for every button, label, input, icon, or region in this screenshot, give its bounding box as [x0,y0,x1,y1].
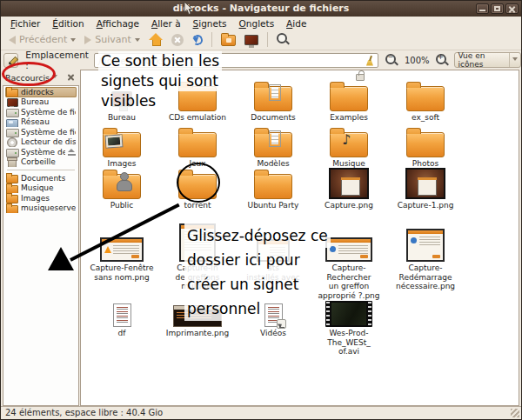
file-item-public[interactable]: Public [85,166,158,210]
computer-button[interactable] [241,32,262,47]
sidebar-item-documents[interactable]: Documents [5,173,77,183]
file-manager-window: didrocks - Navigateur de fichiers Fichie… [0,0,522,420]
forward-button-label: Suivant [95,34,131,45]
sidebar-item-bureau[interactable]: Bureau [5,97,77,108]
sidebar-item-corbeille[interactable]: Corbeille [5,157,77,168]
video-thumbnail [325,301,372,327]
sidebar-item-label: Système de fichi... [21,128,76,137]
forward-history-chevron-icon[interactable] [135,38,140,44]
maximize-button[interactable] [491,3,504,14]
file-item-images[interactable]: Images [85,126,158,169]
desktop-screenshot-thumbnail [405,168,445,199]
sidebar-item-syst-me-de[interactable]: Système de ... [5,147,77,157]
zoom-out-button[interactable]: − [378,52,400,69]
zoom-in-button[interactable]: + [434,52,451,69]
music-note-emblem-icon [342,133,351,147]
forward-button[interactable]: Suivant [81,32,144,47]
annotation-note-drag-drop: Glissez-déposez cedossier ici pourcréer … [184,223,331,321]
sidebar-close-icon[interactable] [67,74,75,82]
zoom-out-icon: − [385,54,398,67]
menu-affichage[interactable]: Affichage [90,18,145,29]
file-label: CDs emulation [169,113,226,123]
minimize-button[interactable] [476,3,489,14]
sidebar-item-musiqueserveur[interactable]: musiqueserveur [5,203,77,214]
sidebar-item-label: musiqueserveur [21,203,76,212]
clear-location-icon[interactable] [365,56,375,67]
folder-icon [330,86,368,111]
file-label: Capture- Redémarrage nécessaire.png [396,263,455,291]
sidebar-item-images[interactable]: Images [5,193,77,203]
file-label: Capture-1.png [398,201,454,210]
file-item-ubuntu-party[interactable]: Ubuntu Party [237,166,310,210]
sidebar-item-musique[interactable]: Musique [5,183,77,194]
forward-arrow-icon [84,36,91,44]
annotation-red-ellipse [2,62,56,86]
file-label: Capture-Fenêtre sans nom.png [90,263,153,282]
folder-icon [406,86,445,111]
search-icon [277,33,290,46]
dialog-screenshot-thumbnail [406,229,445,262]
home-button[interactable] [218,31,239,48]
toolbar: Précédent Suivant [1,30,521,50]
sidebar-item-label: Système de ... [21,148,65,157]
desktop-icon [6,97,18,108]
sidebar-item-lecteur-de-disqu[interactable]: Lecteur de disqu... [5,137,77,148]
back-button[interactable]: Précédent [5,32,79,47]
sidebar-item-label: Bureau [21,97,49,106]
file-item-capture[interactable]: Capture- Redémarrage nécessaire.png [389,222,462,291]
sidebar-item-label: Images [21,194,50,203]
sidebar-item-syst-me-de-fichi[interactable]: Système de fichi... [5,127,77,137]
file-label: Imprimante.png [166,329,229,338]
disc-icon [6,137,18,148]
file-item-df[interactable]: df [85,296,158,338]
folder-icon [6,173,18,183]
view-mode-chevron-icon [509,53,520,67]
close-button[interactable] [505,3,519,14]
file-label: Examples [330,113,368,123]
eject-icon[interactable] [68,149,76,156]
menu-dition[interactable]: Édition [46,18,90,29]
file-label: Documents [251,113,295,123]
folder-icon [254,132,292,157]
file-item-examples[interactable]: Examples [312,80,385,123]
menu-onglets[interactable]: Onglets [233,18,281,29]
file-item-documents[interactable]: Documents [237,80,310,123]
titlebar[interactable]: didrocks - Navigateur de fichiers [1,1,521,17]
zoom-level: 100% [405,56,430,65]
home-folder-icon [221,35,236,46]
menu-signets[interactable]: Signets [187,18,233,29]
file-item-capture-png[interactable]: Capture.png [312,166,385,210]
sidebar-item-label: Lecteur de disqu... [21,137,76,146]
stop-icon [171,34,184,46]
sidebar-item-didrocks[interactable]: didrocks [5,87,77,97]
menu-aller[interactable]: Aller à [145,18,187,29]
statusbar: 24 éléments, espace libre : 40.4 Gio [1,406,521,419]
folder-icon [6,193,18,203]
file-item-mod-les[interactable]: Modèles [237,126,310,169]
sidebar-item-syst-me-de-fichi[interactable]: Système de fichi... [5,107,77,117]
menu-aide[interactable]: Aide [280,18,312,29]
file-label: ex_soft [412,113,439,123]
sidebar-item-label: didrocks [21,88,54,97]
file-label: Vidéos [260,329,286,338]
file-item-ex-soft[interactable]: ex_soft [389,80,462,123]
back-history-chevron-icon[interactable] [70,38,76,44]
reload-button[interactable] [189,33,206,47]
search-button[interactable] [273,31,293,48]
document-emblem-icon [269,84,281,101]
file-item-musique[interactable]: Musique [312,126,385,169]
file-item-photos[interactable]: Photos [389,126,462,169]
annotation-arrowhead-triangle [48,247,74,270]
lock-emblem-icon [356,74,365,81]
file-label: df [118,329,126,338]
stop-button[interactable] [168,32,187,48]
drive-icon [6,147,18,157]
view-mode-select[interactable]: Vue en icônes [454,52,521,68]
menu-fichier[interactable]: Fichier [4,18,46,29]
file-item-capture-1-png[interactable]: Capture-1.png [389,166,462,210]
computer-icon [244,35,258,45]
folder-icon [330,132,368,157]
resize-grip[interactable] [511,409,519,417]
up-button[interactable] [145,31,166,48]
sidebar-item-r-seau[interactable]: Réseau [5,117,77,128]
